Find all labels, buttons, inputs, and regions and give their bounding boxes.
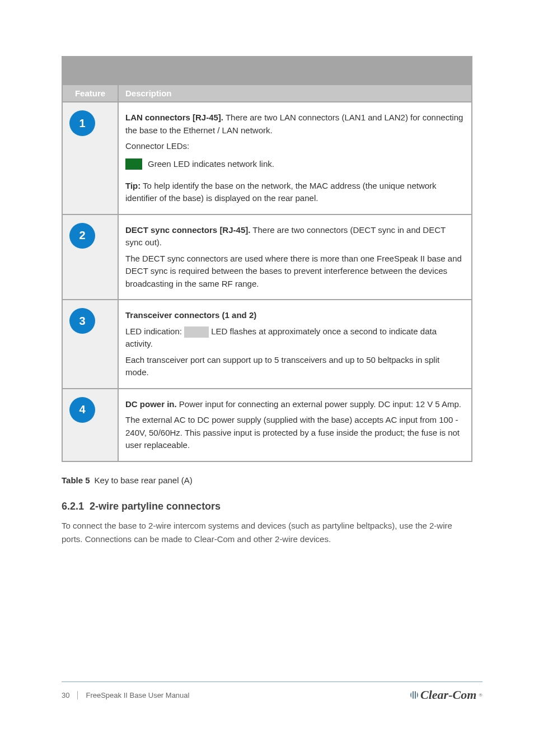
feature-number-badge: 2 [69,223,95,249]
rear-panel-table: Feature Description 1 LAN connectors [RJ… [62,56,472,462]
table-row: 3 Transceiver connectors (1 and 2) LED i… [62,300,472,389]
table-row: 2 DECT sync connectors [RJ-45]. There ar… [62,214,472,300]
caption-label: Table 5 [62,475,90,485]
logo-icon [410,691,418,699]
subsection-heading: 6.2.1 2-wire partyline connectors [62,501,472,512]
table-row: 4 DC power in. Power input for connectin… [62,389,472,461]
led-text: Green LED indicates network link. [148,159,274,169]
table-header-band [62,57,472,85]
brand-logo: Clear-Com® [410,688,483,702]
subsection-2wire: 6.2.1 2-wire partyline connectors To con… [62,501,472,546]
green-led-swatch [125,158,142,170]
doc-title: FreeSpeak II Base User Manual [78,691,410,699]
row-description-secondary: The DECT sync connectors are used where … [125,253,465,291]
page-footer: 30 FreeSpeak II Base User Manual Clear-C… [62,682,483,702]
col-header-description: Description [118,85,472,102]
led-indicator-line: Green LED indicates network link. [125,158,465,170]
row-description: DC power in. Power input for connecting … [125,398,465,411]
row-description-secondary: The external AC to DC power supply (supp… [125,414,465,452]
col-header-feature: Feature [62,85,118,102]
led-indication-line: LED indication: LED flashes at approxima… [125,325,465,351]
row-title: Transceiver connectors (1 and 2) [125,309,465,322]
row-description-secondary: Each transceiver port can support up to … [125,354,465,379]
feature-number-badge: 1 [69,110,95,136]
row-description: DECT sync connectors [RJ-45]. There are … [125,224,465,249]
row-description: LAN connectors [RJ-45]. There are two LA… [125,111,465,137]
table-caption: Table 5 Key to base rear panel (A) [62,475,472,485]
caption-text: Key to base rear panel (A) [95,475,193,485]
feature-number-badge: 4 [69,397,95,423]
table-row: 1 LAN connectors [RJ-45]. There are two … [62,102,472,214]
led-intro: Connector LEDs: [125,140,465,153]
tip-text: Tip: To help identify the base on the ne… [125,180,465,205]
grey-led-swatch [184,326,209,338]
feature-number-badge: 3 [69,308,95,334]
subsection-body: To connect the base to 2-wire intercom s… [62,519,472,546]
page-number: 30 [62,691,78,699]
